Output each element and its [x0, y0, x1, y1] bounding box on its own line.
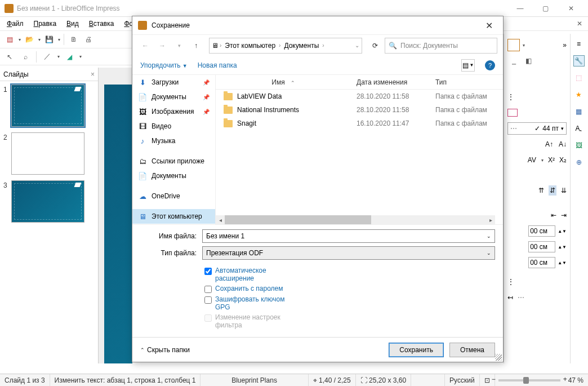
indent-inc-icon[interactable]: ⇥	[561, 211, 567, 219]
canvas-area[interactable]	[99, 68, 132, 363]
sidebar-item-music[interactable]: ♪Музыка	[132, 134, 215, 148]
path-segment[interactable]: Документы	[282, 42, 321, 50]
file-name: Snagit	[237, 119, 256, 127]
print-icon[interactable]: 🖨	[82, 33, 95, 46]
filetype-combo[interactable]: Презентация ODF⌄	[202, 246, 495, 260]
sidebar-item-images[interactable]: 🖼Изображения📌	[132, 104, 215, 119]
file-list-header[interactable]: Имя ⌃ Дата изменения Тип	[216, 75, 503, 90]
layout-icon[interactable]	[507, 39, 520, 51]
menu-file[interactable]: Файл	[2, 18, 28, 29]
sidebar-item-downloads[interactable]: ⬇Загрузки📌	[132, 75, 215, 90]
zoom-slider[interactable]	[498, 379, 560, 381]
refresh-button[interactable]: ⟳	[368, 38, 382, 53]
line-style-icon[interactable]: ⎯	[507, 55, 520, 67]
close-button[interactable]: ✕	[558, 0, 583, 17]
dim-input-1[interactable]	[528, 225, 555, 237]
slide-canvas[interactable]	[104, 85, 132, 363]
impress-icon	[138, 21, 147, 30]
resize-grip[interactable]	[495, 354, 502, 361]
nav-up-icon[interactable]: ↑	[189, 38, 203, 53]
file-type: Папка с файлам	[430, 106, 503, 114]
filename-input[interactable]: Без имени 1⌄	[202, 229, 495, 243]
sidebar-item-documents2[interactable]: 📄Документы	[132, 168, 215, 183]
maximize-button[interactable]: ▢	[533, 0, 558, 17]
nav-up-button[interactable]: ▾	[172, 38, 186, 53]
slide-thumbnail[interactable]	[11, 180, 84, 223]
menu-view[interactable]: Вид	[62, 18, 83, 29]
superscript-icon[interactable]: X²	[548, 156, 555, 164]
tab-menu-icon[interactable]: ≡	[573, 38, 585, 50]
nav-back-button[interactable]: ←	[138, 38, 153, 53]
shadow-icon[interactable]: ◧	[522, 55, 534, 67]
new-icon[interactable]: ▤	[3, 33, 16, 46]
sidebar-item-onedrive[interactable]: ☁OneDrive	[132, 189, 215, 203]
dialog-sidebar: ⬇Загрузки📌 📄Документы📌 🖼Изображения📌 🎞Ви…	[132, 75, 216, 224]
arrow-left-icon[interactable]: ↤	[507, 294, 513, 301]
tab-navigator-icon[interactable]: ⊕	[573, 157, 585, 168]
col-name-header[interactable]: Имя	[271, 78, 284, 86]
help-button[interactable]: ?	[485, 60, 495, 70]
check-gpg[interactable]: Зашифровать ключом GPG	[204, 295, 300, 311]
save-icon[interactable]: 💾	[43, 33, 55, 46]
tab-properties-icon[interactable]: 🔧	[573, 55, 585, 66]
col-date-header[interactable]: Дата изменения	[351, 78, 430, 86]
zoom-pan-icon[interactable]: ⌕	[19, 51, 32, 63]
check-filter-settings: Изменение настроек фильтра	[204, 313, 300, 329]
tab-master-icon[interactable]: ▦	[573, 106, 585, 117]
fill-icon[interactable]: ◢	[63, 51, 75, 63]
dim-input-2[interactable]	[528, 241, 555, 252]
document-close-icon[interactable]: ✕	[577, 20, 582, 28]
dots-icon[interactable]: ⋮	[507, 278, 514, 286]
check-auto-extension[interactable]: Автоматическое расширение	[204, 267, 300, 282]
indent-dec-icon[interactable]: ⇤	[551, 211, 556, 219]
align-top-icon[interactable]: ⇈	[538, 187, 544, 194]
col-type-header[interactable]: Тип	[430, 78, 503, 86]
font-size-combo[interactable]: ⋯✓ 44 пт ▾	[507, 122, 567, 135]
save-dialog: Сохранение ✕ ← → ▾ ↑ 🖥› Этот компьютер› …	[132, 16, 504, 362]
path-dropdown-icon[interactable]: ⌄	[355, 42, 359, 48]
kerning-icon[interactable]: AV	[528, 156, 536, 164]
file-row[interactable]: National Instruments28.10.2020 11:58Папк…	[216, 103, 503, 117]
check-password[interactable]: Сохранить с паролем	[204, 285, 300, 293]
sidebar-item-video[interactable]: 🎞Видео	[132, 119, 215, 134]
new-folder-button[interactable]: Новая папка	[198, 61, 237, 69]
menu-edit[interactable]: Правка	[29, 18, 61, 29]
export-pdf-icon[interactable]: 🗎	[68, 33, 80, 46]
dialog-close-button[interactable]: ✕	[480, 20, 497, 31]
pointer-icon[interactable]: ↖	[3, 51, 16, 63]
subscript-icon[interactable]: X₂	[559, 156, 567, 164]
decrease-font-icon[interactable]: A↓	[559, 140, 567, 148]
file-row[interactable]: LabVIEW Data28.10.2020 11:58Папка с файл…	[216, 90, 503, 103]
align-mid-icon[interactable]: ⇵	[549, 185, 556, 196]
sidebar-item-app-links[interactable]: 🗂Ссылки приложе	[132, 154, 215, 168]
organize-button[interactable]: Упорядочить ▼	[140, 61, 188, 69]
tab-transitions-icon[interactable]: ⬚	[573, 72, 585, 83]
tab-styles-icon[interactable]: Aꞈ	[573, 123, 585, 134]
hide-folders-button[interactable]: ⌃Скрыть папки	[140, 346, 190, 354]
tab-gallery-icon[interactable]: 🖼	[573, 140, 585, 151]
more-icon[interactable]: »	[563, 41, 567, 49]
slides-panel-close-icon[interactable]: ×	[91, 70, 95, 78]
path-box[interactable]: 🖥› Этот компьютер› Документы› ⌄	[209, 38, 362, 54]
save-button[interactable]: Сохранить	[389, 343, 444, 357]
file-row[interactable]: Snagit16.10.2020 11:47Папка с файлам	[216, 117, 503, 130]
cancel-button[interactable]: Отмена	[449, 343, 495, 357]
view-mode-button[interactable]: ▤ ▼	[461, 59, 475, 72]
sidebar-item-documents[interactable]: 📄Документы📌	[132, 90, 215, 104]
slide-thumbnail[interactable]	[11, 85, 84, 127]
dots-icon[interactable]: ⋮	[507, 93, 514, 101]
sidebar-item-this-pc[interactable]: 🖥Этот компьютер	[132, 209, 215, 224]
tab-animation-icon[interactable]: ★	[573, 89, 585, 100]
path-segment[interactable]: Этот компьютер	[222, 42, 278, 50]
line-icon[interactable]: ／	[41, 51, 54, 63]
align-bot-icon[interactable]: ⇊	[561, 187, 567, 194]
slide-thumbnail[interactable]	[11, 132, 84, 175]
open-icon[interactable]: 📂	[23, 33, 35, 46]
box-icon[interactable]	[507, 109, 518, 117]
increase-font-icon[interactable]: A↑	[545, 140, 553, 148]
menu-insert[interactable]: Вставка	[84, 18, 119, 29]
horizontal-scrollbar[interactable]: ◂▸	[216, 215, 495, 224]
minimize-button[interactable]: —	[507, 0, 533, 17]
search-input[interactable]: 🔍 Поиск: Документы	[385, 38, 497, 54]
dim-input-3[interactable]	[528, 257, 555, 268]
